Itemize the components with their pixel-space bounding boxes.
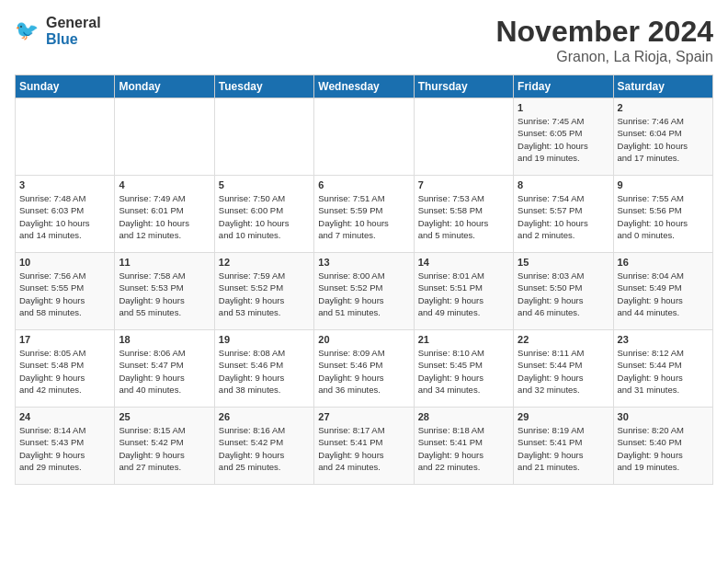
header-row: Sunday Monday Tuesday Wednesday Thursday… [16,75,713,98]
day-cell [16,98,115,176]
day-info: Sunrise: 7:46 AM Sunset: 6:04 PM Dayligh… [618,115,709,164]
day-number: 9 [618,179,709,190]
col-saturday: Saturday [613,75,712,98]
day-number: 24 [19,411,110,422]
day-info: Sunrise: 8:12 AM Sunset: 5:44 PM Dayligh… [618,347,709,396]
day-cell: 13Sunrise: 8:00 AM Sunset: 5:52 PM Dayli… [314,253,414,330]
day-number: 23 [618,334,709,345]
day-number: 30 [618,411,709,422]
day-cell: 26Sunrise: 8:16 AM Sunset: 5:42 PM Dayli… [214,408,313,485]
day-info: Sunrise: 7:45 AM Sunset: 6:05 PM Dayligh… [518,115,609,164]
day-cell: 21Sunrise: 8:10 AM Sunset: 5:45 PM Dayli… [414,330,513,408]
day-number: 6 [318,179,409,190]
day-cell: 8Sunrise: 7:54 AM Sunset: 5:57 PM Daylig… [514,176,613,253]
day-info: Sunrise: 8:20 AM Sunset: 5:40 PM Dayligh… [618,424,709,473]
day-cell: 18Sunrise: 8:06 AM Sunset: 5:47 PM Dayli… [115,330,214,408]
day-cell: 4Sunrise: 7:49 AM Sunset: 6:01 PM Daylig… [115,176,214,253]
title-block: November 2024 Granon, La Rioja, Spain [495,15,713,65]
week-row-1: 1Sunrise: 7:45 AM Sunset: 6:05 PM Daylig… [16,98,713,176]
day-cell: 19Sunrise: 8:08 AM Sunset: 5:46 PM Dayli… [214,330,313,408]
svg-text:🐦: 🐦 [15,18,40,42]
calendar-table: Sunday Monday Tuesday Wednesday Thursday… [15,75,713,485]
day-cell: 23Sunrise: 8:12 AM Sunset: 5:44 PM Dayli… [613,330,712,408]
day-info: Sunrise: 8:14 AM Sunset: 5:43 PM Dayligh… [19,424,110,473]
day-cell: 12Sunrise: 7:59 AM Sunset: 5:52 PM Dayli… [214,253,313,330]
header: 🐦 General Blue November 2024 Granon, La … [15,15,713,65]
day-info: Sunrise: 8:18 AM Sunset: 5:41 PM Dayligh… [418,424,509,473]
day-number: 18 [119,334,210,345]
day-info: Sunrise: 8:15 AM Sunset: 5:42 PM Dayligh… [119,424,210,473]
day-cell: 25Sunrise: 8:15 AM Sunset: 5:42 PM Dayli… [115,408,214,485]
logo: 🐦 General Blue [15,15,101,48]
day-info: Sunrise: 7:53 AM Sunset: 5:58 PM Dayligh… [418,192,509,241]
day-number: 13 [318,257,409,268]
day-info: Sunrise: 8:08 AM Sunset: 5:46 PM Dayligh… [219,347,310,396]
day-cell: 9Sunrise: 7:55 AM Sunset: 5:56 PM Daylig… [613,176,712,253]
day-info: Sunrise: 8:06 AM Sunset: 5:47 PM Dayligh… [119,347,210,396]
day-cell: 28Sunrise: 8:18 AM Sunset: 5:41 PM Dayli… [414,408,513,485]
day-number: 2 [618,102,709,113]
day-info: Sunrise: 8:11 AM Sunset: 5:44 PM Dayligh… [518,347,609,396]
week-row-2: 3Sunrise: 7:48 AM Sunset: 6:03 PM Daylig… [16,176,713,253]
day-info: Sunrise: 7:50 AM Sunset: 6:00 PM Dayligh… [219,192,310,241]
col-thursday: Thursday [414,75,513,98]
day-number: 10 [19,257,110,268]
week-row-4: 17Sunrise: 8:05 AM Sunset: 5:48 PM Dayli… [16,330,713,408]
day-info: Sunrise: 8:03 AM Sunset: 5:50 PM Dayligh… [518,270,609,318]
day-info: Sunrise: 7:51 AM Sunset: 5:59 PM Dayligh… [318,192,409,241]
day-cell: 10Sunrise: 7:56 AM Sunset: 5:55 PM Dayli… [16,253,115,330]
day-info: Sunrise: 7:54 AM Sunset: 5:57 PM Dayligh… [518,192,609,241]
week-row-3: 10Sunrise: 7:56 AM Sunset: 5:55 PM Dayli… [16,253,713,330]
day-number: 15 [518,257,609,268]
day-number: 5 [219,179,310,190]
day-number: 21 [418,334,509,345]
day-info: Sunrise: 8:10 AM Sunset: 5:45 PM Dayligh… [418,347,509,396]
day-number: 17 [19,334,110,345]
day-cell: 27Sunrise: 8:17 AM Sunset: 5:41 PM Dayli… [314,408,414,485]
day-cell: 14Sunrise: 8:01 AM Sunset: 5:51 PM Dayli… [414,253,513,330]
day-number: 3 [19,179,110,190]
day-number: 25 [119,411,210,422]
day-info: Sunrise: 8:16 AM Sunset: 5:42 PM Dayligh… [219,424,310,473]
day-cell: 20Sunrise: 8:09 AM Sunset: 5:46 PM Dayli… [314,330,414,408]
day-cell: 1Sunrise: 7:45 AM Sunset: 6:05 PM Daylig… [514,98,613,176]
page-container: 🐦 General Blue November 2024 Granon, La … [0,0,728,492]
logo-icon: 🐦 [15,17,42,45]
day-number: 16 [618,257,709,268]
day-info: Sunrise: 8:09 AM Sunset: 5:46 PM Dayligh… [318,347,409,396]
day-number: 1 [518,102,609,113]
day-number: 26 [219,411,310,422]
day-number: 20 [318,334,409,345]
day-info: Sunrise: 8:00 AM Sunset: 5:52 PM Dayligh… [318,270,409,318]
day-number: 22 [518,334,609,345]
day-cell [314,98,414,176]
day-cell: 11Sunrise: 7:58 AM Sunset: 5:53 PM Dayli… [115,253,214,330]
day-number: 12 [219,257,310,268]
day-cell: 29Sunrise: 8:19 AM Sunset: 5:41 PM Dayli… [514,408,613,485]
day-number: 11 [119,257,210,268]
day-number: 27 [318,411,409,422]
day-info: Sunrise: 7:58 AM Sunset: 5:53 PM Dayligh… [119,270,210,318]
day-info: Sunrise: 8:01 AM Sunset: 5:51 PM Dayligh… [418,270,509,318]
day-number: 28 [418,411,509,422]
day-cell [214,98,313,176]
day-cell: 24Sunrise: 8:14 AM Sunset: 5:43 PM Dayli… [16,408,115,485]
day-cell: 16Sunrise: 8:04 AM Sunset: 5:49 PM Dayli… [613,253,712,330]
day-info: Sunrise: 7:59 AM Sunset: 5:52 PM Dayligh… [219,270,310,318]
location-title: Granon, La Rioja, Spain [495,49,713,65]
col-tuesday: Tuesday [214,75,313,98]
day-info: Sunrise: 8:04 AM Sunset: 5:49 PM Dayligh… [618,270,709,318]
day-number: 29 [518,411,609,422]
day-cell: 17Sunrise: 8:05 AM Sunset: 5:48 PM Dayli… [16,330,115,408]
day-cell: 3Sunrise: 7:48 AM Sunset: 6:03 PM Daylig… [16,176,115,253]
day-info: Sunrise: 8:17 AM Sunset: 5:41 PM Dayligh… [318,424,409,473]
day-info: Sunrise: 8:19 AM Sunset: 5:41 PM Dayligh… [518,424,609,473]
col-friday: Friday [514,75,613,98]
day-info: Sunrise: 7:56 AM Sunset: 5:55 PM Dayligh… [19,270,110,318]
col-sunday: Sunday [16,75,115,98]
day-info: Sunrise: 7:49 AM Sunset: 6:01 PM Dayligh… [119,192,210,241]
logo-text: General Blue [46,15,101,48]
month-title: November 2024 [495,15,713,49]
day-number: 14 [418,257,509,268]
day-cell: 5Sunrise: 7:50 AM Sunset: 6:00 PM Daylig… [214,176,313,253]
